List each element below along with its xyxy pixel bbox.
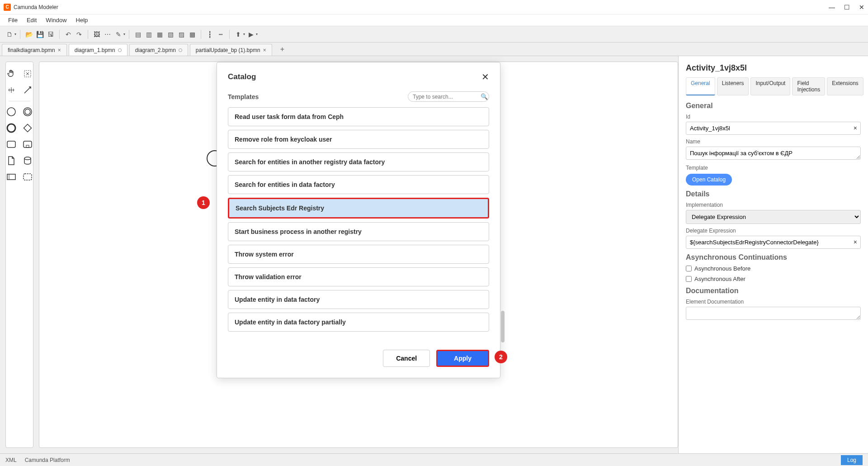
template-label: Start business process in another regist…: [235, 228, 362, 235]
status-xml[interactable]: XML: [5, 457, 17, 463]
clear-icon[interactable]: ×: [854, 124, 857, 132]
palette: [5, 62, 33, 448]
hand-tool-icon[interactable]: [6, 69, 16, 79]
async-before-row[interactable]: Asynchronous Before: [686, 265, 861, 272]
close-icon[interactable]: ×: [58, 47, 61, 53]
separator: [229, 30, 230, 39]
new-icon[interactable]: 🗋: [5, 29, 14, 39]
align-top-icon[interactable]: ▧: [165, 29, 175, 39]
template-label: Update entity in data factory partially: [235, 319, 346, 326]
cancel-button[interactable]: Cancel: [383, 350, 430, 367]
tab-item[interactable]: partialUpdate_bp (1).bpmn ×: [190, 44, 272, 56]
tab-extensions[interactable]: Extensions: [827, 77, 863, 95]
upload-icon[interactable]: ⬆: [233, 29, 243, 39]
async-before-checkbox[interactable]: [686, 266, 692, 271]
add-tab-button[interactable]: +: [274, 43, 291, 56]
id-input[interactable]: [686, 122, 861, 135]
name-input[interactable]: Пошук інформації за суб'єктом в ЄДР: [686, 147, 861, 160]
eldoc-input[interactable]: [686, 307, 861, 320]
template-item[interactable]: Read user task form data from Ceph: [228, 107, 489, 126]
group-icon[interactable]: [23, 172, 33, 182]
save-icon[interactable]: 💾: [35, 29, 45, 39]
tab-listeners[interactable]: Listeners: [717, 77, 749, 95]
tab-item[interactable]: diagram_1.bpmn: [69, 44, 127, 56]
data-object-icon[interactable]: [6, 156, 16, 166]
color-icon[interactable]: ✎: [113, 29, 123, 39]
caret-icon[interactable]: ▾: [243, 32, 245, 36]
svg-rect-7: [24, 141, 32, 147]
intermediate-event-icon[interactable]: [23, 107, 33, 117]
menu-file[interactable]: File: [4, 15, 22, 25]
clear-icon[interactable]: ×: [854, 238, 857, 246]
template-item[interactable]: Throw system error: [228, 245, 489, 264]
lasso-tool-icon[interactable]: [23, 69, 33, 79]
template-item[interactable]: Search for entities in data factory: [228, 175, 489, 194]
app-icon: C: [4, 4, 11, 11]
status-platform[interactable]: Camunda Platform: [25, 457, 70, 463]
play-icon[interactable]: ▶: [246, 29, 256, 39]
tab-general[interactable]: General: [686, 77, 715, 95]
separator: [20, 30, 20, 39]
caret-icon[interactable]: ▾: [14, 32, 16, 36]
separator: [129, 30, 129, 39]
template-item[interactable]: Start business process in another regist…: [228, 222, 489, 241]
data-store-icon[interactable]: [23, 156, 33, 166]
distribute-h-icon[interactable]: ┇: [205, 29, 215, 39]
align-middle-icon[interactable]: ▨: [176, 29, 186, 39]
dots-icon[interactable]: ⋯: [103, 29, 113, 39]
save-all-icon[interactable]: 🖫: [46, 29, 56, 39]
open-icon[interactable]: 📂: [24, 29, 34, 39]
subprocess-icon[interactable]: [23, 139, 33, 149]
close-icon[interactable]: ×: [263, 47, 266, 53]
template-item-selected[interactable]: Search Subjects Edr Registry: [228, 198, 489, 219]
template-item[interactable]: Update entity in data factory: [228, 290, 489, 309]
open-catalog-button[interactable]: Open Catalog: [686, 174, 732, 185]
caret-icon[interactable]: ▾: [256, 32, 258, 36]
caret-icon[interactable]: ▾: [123, 32, 125, 36]
tab-field-injections[interactable]: Field Injections: [792, 77, 825, 95]
menu-help[interactable]: Help: [71, 15, 93, 25]
async-after-checkbox[interactable]: [686, 276, 692, 282]
template-item[interactable]: Update entity in data factory partially: [228, 313, 489, 332]
space-tool-icon[interactable]: [6, 85, 16, 95]
template-item[interactable]: Remove role from keycloak user: [228, 130, 489, 149]
template-label: Search for entities in another registry …: [235, 158, 385, 166]
template-label: Remove role from keycloak user: [235, 136, 332, 143]
task-icon[interactable]: [6, 139, 16, 149]
connect-tool-icon[interactable]: [23, 85, 33, 95]
start-event-icon[interactable]: [6, 107, 16, 117]
canvas[interactable]: Catalog ✕ Templates 🔍 Read user task for…: [39, 62, 678, 448]
apply-button[interactable]: Apply: [436, 350, 489, 367]
delegate-input[interactable]: [686, 236, 861, 249]
align-bottom-icon[interactable]: ▩: [187, 29, 197, 39]
close-icon[interactable]: ✕: [481, 71, 489, 82]
gateway-icon[interactable]: [23, 123, 33, 133]
redo-icon[interactable]: ↷: [74, 29, 84, 39]
maximize-icon[interactable]: ☐: [844, 4, 850, 11]
tab-item[interactable]: finalkdiagram.bpmn ×: [2, 44, 67, 56]
menu-window[interactable]: Window: [41, 15, 71, 25]
end-event-icon[interactable]: [6, 123, 16, 133]
template-item[interactable]: Throw validation error: [228, 267, 489, 286]
align-right-icon[interactable]: ▦: [155, 29, 165, 39]
menubar: File Edit Window Help: [0, 14, 868, 26]
image-icon[interactable]: 🖼: [92, 29, 102, 39]
tab-item[interactable]: diagram_2.bpmn: [129, 44, 188, 56]
template-item[interactable]: Search for entities in another registry …: [228, 152, 489, 171]
scrollbar[interactable]: [501, 311, 505, 342]
search-box[interactable]: 🔍: [408, 91, 489, 102]
minimize-icon[interactable]: —: [829, 4, 835, 11]
distribute-v-icon[interactable]: ┅: [216, 29, 226, 39]
annotation-badge-1: 1: [197, 196, 210, 209]
menu-edit[interactable]: Edit: [22, 15, 41, 25]
undo-icon[interactable]: ↶: [63, 29, 73, 39]
close-icon[interactable]: ✕: [859, 4, 864, 11]
participant-icon[interactable]: [6, 172, 16, 182]
align-left-icon[interactable]: ▤: [133, 29, 143, 39]
async-after-row[interactable]: Asynchronous After: [686, 276, 861, 282]
implementation-select[interactable]: Delegate Expression: [686, 210, 861, 224]
align-center-icon[interactable]: ▥: [144, 29, 154, 39]
log-button[interactable]: Log: [841, 455, 863, 465]
search-input[interactable]: [413, 94, 481, 100]
tab-input-output[interactable]: Input/Output: [750, 77, 790, 95]
